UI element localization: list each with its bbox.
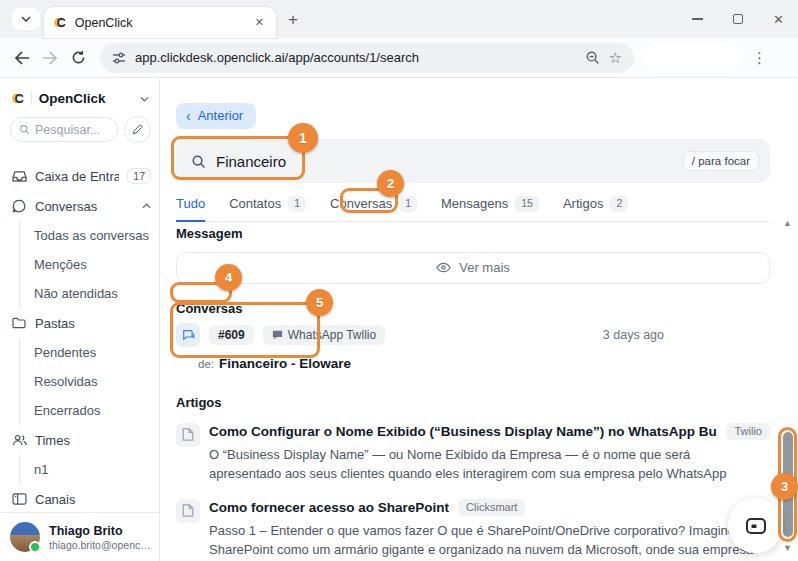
people-icon [12,434,27,446]
user-profile[interactable]: Thiago Brito thiago.brito@openclick... [0,512,159,561]
ver-mais-button[interactable]: Ver mais [176,252,770,284]
article-excerpt: Passo 1 – Entender o que vamos fazer O q… [209,521,770,561]
window-minimize-icon[interactable] [692,18,703,20]
profile-area [644,43,740,73]
zoom-out-icon[interactable] [585,50,600,65]
tab-title: OpenClick [75,16,251,30]
openclick-logo-icon: CC [12,92,24,105]
site-settings-icon[interactable] [112,51,126,65]
app-window: CC OpenClick Pesquisar... Caixa de En [0,78,798,561]
brand-name: OpenClick [39,91,133,106]
browser-titlebar: CC OpenClick ✕ + ✕ [0,0,798,38]
tab-conversas[interactable]: Conversas 1 [330,196,417,221]
sidebar-item-resolvidas[interactable]: Resolvidas [34,367,151,396]
search-input[interactable]: Financeiro / para focar [176,139,770,183]
avatar [10,522,40,552]
artigos-count-badge: 2 [610,196,628,212]
arrow-right-icon [42,51,58,65]
article-badge: Clicksmart [458,499,525,516]
conversation-item[interactable]: #609 WhatsApp Twllio 3 days ago de: Fina… [176,323,770,371]
pastas-subitems: Pendentes Resolvidas Encerrados [19,338,151,425]
openclick-favicon-icon: CC [54,16,66,29]
conversation-chat-icon [176,323,200,347]
sidebar-item-conversas[interactable]: Conversas [12,191,151,221]
tab-mensagens[interactable]: Mensagens 15 [441,196,539,221]
chat-bubble-icon [12,199,27,213]
sidebar-item-pendentes[interactable]: Pendentes [34,338,151,367]
article-badge: Twilio [726,423,770,440]
search-icon [191,154,206,169]
arrow-left-icon [14,51,30,65]
bookmark-star-icon[interactable]: ☆ [609,50,622,65]
sidebar-item-caixa-de-entrada[interactable]: Caixa de Entrada 17 [12,161,151,191]
url-bar[interactable]: app.clickdesk.openclick.ai/app/accounts/… [100,43,634,73]
chat-widget-button[interactable] [728,498,783,553]
sidebar-item-mencoes[interactable]: Menções [34,250,151,279]
tab-artigos[interactable]: Artigos 2 [563,196,628,221]
sidebar-header: CC OpenClick [0,78,159,115]
scrollbar-thumb[interactable] [783,432,793,537]
whatsapp-channel-icon [272,330,283,340]
scroll-up-arrow[interactable]: ▲ [783,218,792,228]
artigos-section-title: Artigos [176,395,770,410]
url-text[interactable]: app.clickdesk.openclick.ai/app/accounts/… [135,50,576,65]
conversas-count-badge: 1 [399,196,417,212]
user-name: Thiago Brito [49,523,153,539]
search-icon [19,124,30,135]
workspace-chevron-down-icon[interactable] [140,96,149,102]
scroll-down-arrow[interactable]: ▼ [783,543,792,553]
tab-search-button[interactable] [12,8,40,30]
sidebar-item-n1[interactable]: n1 [34,455,151,484]
compose-button[interactable] [124,116,151,143]
conversas-subitems: Todas as conversas Menções Não atendidas [19,221,151,308]
conversation-row: #609 WhatsApp Twllio 3 days ago [176,323,770,347]
sidebar-item-todas-as-conversas[interactable]: Todas as conversas [34,221,151,250]
document-icon [176,499,200,523]
reload-button[interactable] [64,44,92,72]
sidebar: CC OpenClick Pesquisar... Caixa de En [0,78,160,561]
browser-toolbar: app.clickdesk.openclick.ai/app/accounts/… [0,38,798,78]
sidebar-nav: Caixa de Entrada 17 Conversas Todas as c… [0,153,159,512]
browser-menu-icon[interactable]: ⋮ [752,49,767,67]
tab-contatos[interactable]: Contatos 1 [229,196,306,221]
tab-close-icon[interactable]: ✕ [251,14,268,31]
document-icon [176,423,200,447]
window-close-icon[interactable]: ✕ [773,13,784,26]
sidebar-search-placeholder: Pesquisar... [35,123,100,137]
collapse-chevron-up-icon[interactable] [142,203,151,209]
pencil-icon [132,124,143,135]
window-maximize-icon[interactable] [733,14,743,24]
contatos-count-badge: 1 [288,196,306,212]
folder-icon [12,317,27,329]
inbox-icon [12,170,27,183]
tab-tudo[interactable]: Tudo [176,196,205,221]
anterior-button[interactable]: ‹ Anterior [176,103,256,129]
article-excerpt: O “Business Display Name” — ou Nome Exib… [209,445,770,486]
sidebar-item-nao-atendidas[interactable]: Não atendidas [34,279,151,308]
channels-icon [12,493,27,505]
messages-section-title: Messagem [176,226,770,241]
browser-tab[interactable]: CC OpenClick ✕ [44,7,276,38]
article-title[interactable]: Como Configurar o Nome Exibido (“Busines… [209,424,717,439]
eye-icon [436,262,451,273]
sidebar-item-pastas[interactable]: Pastas [12,308,151,338]
mensagens-count-badge: 15 [515,196,539,212]
article-item[interactable]: Como fornecer acesso ao SharePoint Click… [176,499,770,561]
channel-badge: WhatsApp Twllio [263,325,385,345]
focus-shortcut-hint: / para focar [683,151,759,171]
sidebar-item-canais[interactable]: Canais [12,484,151,512]
sidebar-item-times[interactable]: Times [12,425,151,455]
article-title[interactable]: Como fornecer acesso ao SharePoint [209,500,449,515]
times-subitems: n1 [19,455,151,484]
window-controls: ✕ [692,0,784,38]
result-tabs: Tudo Contatos 1 Conversas 1 Mensagens 15… [176,196,770,222]
reload-icon [71,50,86,65]
new-tab-button[interactable]: + [288,11,298,28]
sidebar-item-encerrados[interactable]: Encerrados [34,396,151,425]
article-item[interactable]: Como Configurar o Nome Exibido (“Busines… [176,423,770,486]
sidebar-search-input[interactable]: Pesquisar... [10,117,118,142]
divider [31,92,32,105]
forward-button[interactable] [36,44,64,72]
user-email: thiago.brito@openclick... [49,539,153,551]
back-button[interactable] [8,44,36,72]
